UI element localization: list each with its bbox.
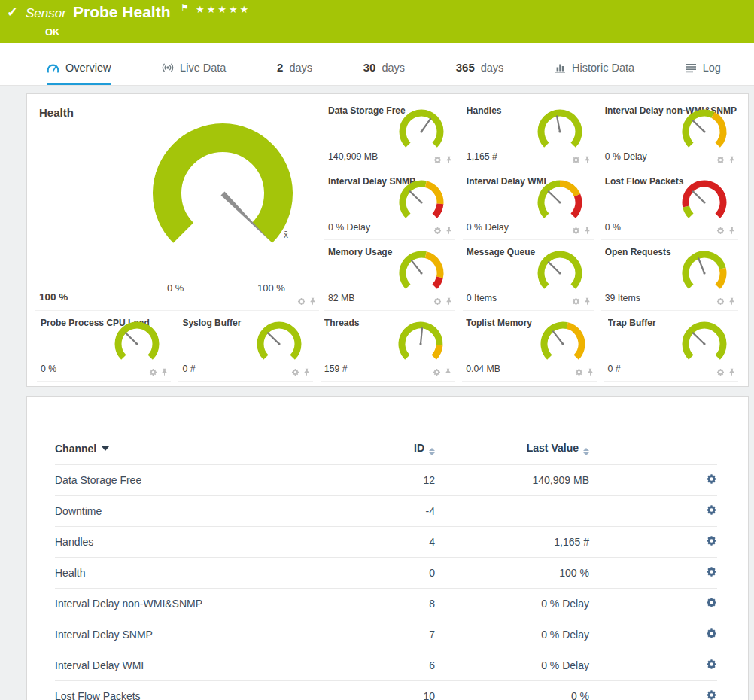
tab-log[interactable]: Log — [686, 62, 721, 85]
mini-gauge-interval-delay-non-wmi-snmp: Interval Delay non-WMI&SNMP 0 % Delay — [601, 99, 738, 169]
pin-icon[interactable] — [303, 368, 311, 376]
column-header-channel[interactable]: Channel — [55, 436, 379, 465]
pin-icon[interactable] — [445, 227, 453, 235]
pin-icon[interactable] — [583, 156, 591, 164]
tab-label: Log — [703, 62, 721, 74]
pin-icon[interactable] — [445, 156, 453, 164]
gear-icon[interactable] — [433, 227, 442, 235]
channel-settings-gear-icon[interactable] — [706, 628, 717, 639]
pin-icon[interactable] — [583, 297, 591, 306]
channel-id: 6 — [379, 650, 435, 681]
health-gauge-panel: Health x̄ 100 % 0 % 100 % — [35, 99, 319, 311]
channel-name[interactable]: Interval Delay non-WMI&SNMP — [55, 589, 379, 619]
tab-label: Historic Data — [572, 62, 634, 74]
gauge-icon — [47, 62, 59, 73]
pin-icon[interactable] — [728, 227, 736, 235]
mini-gauge-grid: Data Storage Free 140,909 MB Handles 1,1… — [321, 99, 742, 311]
tab-30-days[interactable]: 30 days — [363, 61, 405, 85]
gauge-arc — [680, 108, 728, 154]
tab-overview[interactable]: Overview — [47, 62, 111, 85]
gear-icon[interactable] — [433, 156, 442, 164]
gear-icon[interactable] — [716, 227, 725, 235]
channel-settings-gear-icon[interactable] — [706, 504, 717, 516]
channel-last-value — [435, 496, 589, 527]
channel-table: Channel ID Last Value Data Storage Free … — [55, 436, 717, 700]
channel-settings-gear-icon[interactable] — [706, 566, 717, 577]
pin-icon[interactable] — [444, 368, 452, 376]
channel-name[interactable]: Interval Delay SNMP — [55, 619, 379, 650]
gear-icon[interactable] — [433, 368, 441, 376]
mini-gauge-data-storage-free: Data Storage Free 140,909 MB — [324, 99, 455, 169]
gauge — [397, 321, 445, 366]
gauge-arc — [113, 321, 161, 366]
channel-settings-gear-icon[interactable] — [706, 535, 717, 546]
channel-settings-gear-icon[interactable] — [706, 689, 717, 700]
gauge-arc — [397, 108, 445, 154]
column-header-id[interactable]: ID — [379, 436, 435, 465]
gauge-arc — [536, 108, 584, 154]
gear-icon[interactable] — [716, 297, 725, 306]
channel-table-body: Data Storage Free 12 140,909 MB Downtime… — [55, 465, 717, 700]
pin-icon[interactable] — [728, 156, 736, 164]
pin-icon[interactable] — [586, 368, 594, 376]
channel-name[interactable]: Lost Flow Packets — [55, 681, 379, 700]
tab-live-data[interactable]: Live Data — [162, 62, 226, 85]
mini-gauge-message-queue: Message Queue 0 Items — [463, 240, 594, 311]
table-row[interactable]: Handles 4 1,165 # — [55, 527, 717, 558]
pin-icon[interactable] — [583, 227, 591, 235]
gauge-value: 0 % Delay — [605, 151, 647, 162]
pin-icon[interactable] — [445, 297, 453, 306]
mini-gauge-toplist-memory: Toplist Memory 0.04 MB — [462, 311, 596, 382]
channel-name[interactable]: Data Storage Free — [55, 465, 379, 496]
tab-label: Live Data — [180, 62, 226, 74]
channel-settings-gear-icon[interactable] — [706, 597, 717, 608]
gauge — [680, 179, 728, 224]
gear-icon[interactable] — [716, 156, 725, 164]
table-row[interactable]: Interval Delay SNMP 7 0 % Delay — [55, 619, 717, 650]
gear-icon[interactable] — [297, 297, 306, 306]
pin-icon[interactable] — [160, 368, 169, 376]
health-scale-min: 0 % — [167, 282, 184, 294]
pin-icon[interactable] — [309, 297, 317, 306]
channel-settings-gear-icon[interactable] — [706, 659, 717, 670]
gear-icon[interactable] — [433, 297, 442, 306]
gauge-value: 39 Items — [605, 293, 640, 303]
mini-gauge-trap-buffer: Trap Buffer 0 # — [604, 311, 738, 382]
gear-icon[interactable] — [149, 368, 157, 376]
table-row[interactable]: Interval Delay WMI 6 0 % Delay — [55, 650, 717, 681]
pin-icon[interactable] — [728, 297, 736, 306]
channel-name[interactable]: Downtime — [55, 496, 379, 527]
channel-name[interactable]: Health — [55, 558, 379, 589]
gauge — [680, 250, 728, 295]
tab-365-days[interactable]: 365 days — [456, 61, 504, 85]
channel-settings-gear-icon[interactable] — [706, 473, 717, 485]
gauge-value: 0 % Delay — [328, 222, 370, 233]
tab-historic-data[interactable]: Historic Data — [555, 62, 634, 85]
tab-2-days[interactable]: 2 days — [277, 61, 312, 85]
table-row[interactable]: Downtime -4 — [55, 496, 717, 527]
gear-icon[interactable] — [291, 368, 299, 376]
health-scale-max: 100 % — [257, 282, 285, 294]
priority-stars[interactable]: ★★★★★ — [196, 4, 251, 15]
table-row[interactable]: Health 0 100 % — [55, 558, 717, 589]
channel-id: 8 — [379, 589, 435, 619]
table-row[interactable]: Interval Delay non-WMI&SNMP 8 0 % Delay — [55, 589, 717, 619]
gauge-value: 0 % — [605, 222, 621, 233]
gauge-arc — [536, 250, 584, 295]
pin-icon[interactable] — [728, 368, 736, 376]
gear-icon[interactable] — [572, 156, 580, 164]
gauge-value: 159 # — [324, 364, 348, 374]
table-row[interactable]: Data Storage Free 12 140,909 MB — [55, 465, 717, 496]
gear-icon[interactable] — [716, 368, 725, 376]
channel-name[interactable]: Handles — [55, 527, 379, 558]
tab-bar: Overview Live Data 2 days 30 days 365 da… — [0, 43, 754, 86]
table-row[interactable]: Lost Flow Packets 10 0 % — [55, 681, 717, 700]
mini-gauge-memory-usage: Memory Usage 82 MB — [324, 240, 455, 311]
column-header-last-value[interactable]: Last Value — [435, 436, 589, 465]
gear-icon[interactable] — [572, 297, 580, 306]
channel-name[interactable]: Interval Delay WMI — [55, 650, 379, 681]
mini-gauge-open-requests: Open Requests 39 Items — [601, 240, 738, 311]
gear-icon[interactable] — [575, 368, 583, 376]
gear-icon[interactable] — [572, 227, 580, 235]
gauge-value: 82 MB — [328, 293, 355, 303]
